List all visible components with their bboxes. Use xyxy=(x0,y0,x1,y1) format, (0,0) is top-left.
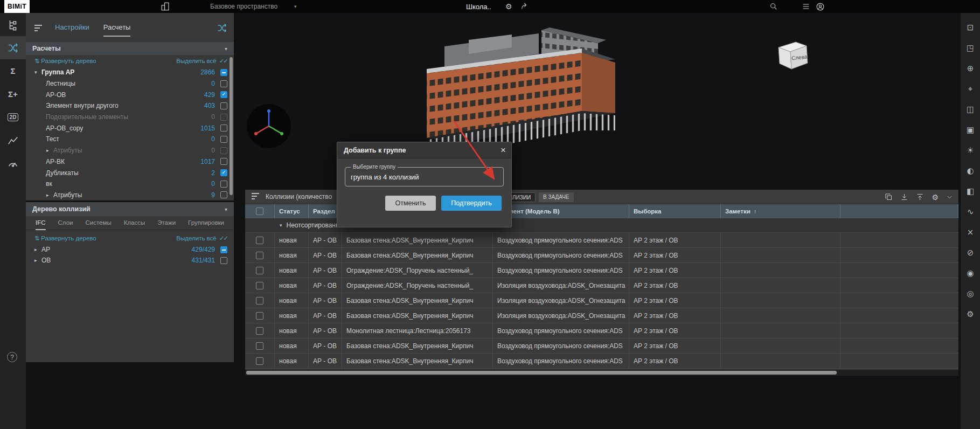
tree-row-checkbox[interactable] xyxy=(220,124,227,132)
row-checkbox[interactable] xyxy=(256,297,263,305)
select-all-checkbox[interactable] xyxy=(256,207,263,215)
half-section-icon[interactable]: ◧ xyxy=(961,181,980,202)
chevron-down-icon[interactable] xyxy=(225,45,227,52)
row-checkbox[interactable] xyxy=(256,312,263,320)
panel-scrollbar[interactable] xyxy=(230,57,233,195)
tree-row[interactable]: ОВ 431/431 xyxy=(26,255,234,266)
gauge-tool[interactable] xyxy=(0,152,26,175)
collision-tree-tab[interactable]: IFC xyxy=(36,216,46,230)
zoom-extents-icon[interactable]: ⊕ xyxy=(961,58,980,79)
chevron-down-icon[interactable]: ▾ xyxy=(294,0,297,13)
confirm-button[interactable]: Подтвердить xyxy=(441,196,502,211)
table-settings-gear-icon[interactable]: ⚙ xyxy=(932,193,939,202)
tree-row-checkbox[interactable] xyxy=(220,169,227,176)
collision-tree-header[interactable]: Дерево коллизий ▾ xyxy=(26,202,234,216)
row-checkbox[interactable] xyxy=(256,252,263,259)
focus-model-icon[interactable]: ⌖ xyxy=(961,79,980,99)
collapse-chevron-icon[interactable] xyxy=(946,193,953,200)
panel-menu-icon[interactable] xyxy=(34,24,43,33)
row-checkbox[interactable] xyxy=(256,267,263,274)
chart-tool[interactable] xyxy=(0,129,26,152)
column-element-b[interactable]: Элемент (Модель B) xyxy=(493,204,629,218)
scrollbar-thumb[interactable] xyxy=(246,371,837,375)
navigation-cube[interactable]: Слева xyxy=(774,39,810,74)
project-settings-gear-icon[interactable]: ⚙ xyxy=(505,0,512,13)
collision-tree-tab[interactable]: Слои xyxy=(58,216,73,230)
tree-row-checkbox[interactable] xyxy=(220,80,227,87)
tree-caret-icon[interactable] xyxy=(46,192,53,198)
tree-row-checkbox[interactable] xyxy=(220,136,227,143)
tree-row[interactable]: АР 429/429 xyxy=(26,244,234,255)
close-icon[interactable]: × xyxy=(501,146,506,155)
view-cube-icon[interactable]: ◳ xyxy=(961,38,980,58)
chevron-down-icon[interactable]: ▾ xyxy=(225,206,227,212)
row-checkbox[interactable] xyxy=(256,357,263,365)
tree-caret-icon[interactable] xyxy=(34,258,41,263)
import-upload-icon[interactable] xyxy=(916,193,924,201)
select-all-button[interactable]: Выделить всё xyxy=(176,57,227,65)
calc-section-header[interactable]: Расчеты xyxy=(26,42,234,55)
panel-tab[interactable]: Расчеты xyxy=(103,20,131,37)
collision-tree-tab[interactable]: Группировки xyxy=(188,216,224,230)
expand-tree-button[interactable]: Развернуть дерево xyxy=(34,58,96,65)
collision-tree-tab[interactable]: Этажи xyxy=(157,216,176,230)
collision-row[interactable]: новая АР - ОВ Монолитная лестница:Лестни… xyxy=(245,323,958,338)
tree-row[interactable]: АР-ОВ_copy 1015 xyxy=(26,122,234,134)
sun-shadow-icon[interactable]: ☀ xyxy=(961,140,980,161)
tree-row[interactable]: Лестницы 0 xyxy=(26,78,234,89)
export-download-icon[interactable] xyxy=(900,193,908,201)
collision-row[interactable]: новая АР - ОВ Ограждение:ADSK_Поручень н… xyxy=(245,278,958,293)
tree-row[interactable]: Группа АР 2866 xyxy=(26,67,234,78)
hide-element-icon[interactable]: ⊘ xyxy=(961,243,980,263)
workspace-selector[interactable]: Базовое пространство xyxy=(210,0,277,13)
filter-in-task-toggle[interactable]: В ЗАДАЧЕ xyxy=(539,192,574,202)
isolate-element-icon[interactable]: ◉ xyxy=(961,263,980,283)
sum-tool[interactable]: Σ xyxy=(0,59,26,82)
search-icon[interactable] xyxy=(769,0,778,13)
tree-row[interactable]: Атрибуты 9 xyxy=(26,190,234,200)
row-checkbox[interactable] xyxy=(256,327,263,335)
tree-row-checkbox[interactable] xyxy=(220,102,227,109)
collision-row[interactable]: новая АР - ОВ Базовая стена:ADSK_Внутрен… xyxy=(245,338,958,354)
tree-row-checkbox[interactable] xyxy=(220,147,227,154)
collision-row[interactable]: новая АР - ОВ Ограждение:ADSK_Поручень н… xyxy=(245,263,958,278)
tree-row[interactable]: АР-ОВ 429 xyxy=(26,89,234,100)
tree-row[interactable]: Атрибуты 0 xyxy=(26,145,234,156)
collision-row[interactable]: новая АР - ОВ Базовая стена:ADSK_Внутрен… xyxy=(245,293,958,308)
tree-row-checkbox[interactable] xyxy=(220,257,227,264)
table-menu-icon[interactable] xyxy=(252,192,260,202)
building-icon[interactable] xyxy=(161,0,170,13)
model-tree-tool[interactable] xyxy=(0,13,26,36)
panel-tab[interactable]: Настройки xyxy=(55,20,89,37)
tree-row[interactable]: Дубликаты 2 xyxy=(26,167,234,178)
cancel-button[interactable]: Отменить xyxy=(385,196,436,211)
collisions-icon[interactable] xyxy=(217,23,227,36)
collision-tree-tab[interactable]: Классы xyxy=(124,216,145,230)
tree-row-checkbox[interactable] xyxy=(220,158,227,165)
clear-selection-icon[interactable]: × xyxy=(961,222,980,243)
column-notes[interactable]: Заметки ↑ xyxy=(721,204,840,218)
column-status[interactable]: Статус xyxy=(275,204,309,218)
collision-row[interactable]: новая АР - ОВ Базовая стена:ADSK_Внутрен… xyxy=(245,233,958,248)
tree-caret-icon[interactable] xyxy=(34,70,41,75)
group-input[interactable] xyxy=(345,168,503,186)
collisions-tool[interactable] xyxy=(0,36,26,59)
tree-row-checkbox[interactable] xyxy=(220,191,227,198)
help-button[interactable]: ? xyxy=(7,352,17,362)
tree-row-checkbox[interactable] xyxy=(220,181,227,188)
orientation-gizmo[interactable] xyxy=(245,102,293,150)
tree-caret-icon[interactable] xyxy=(46,148,53,153)
tree-row-checkbox[interactable] xyxy=(220,114,227,121)
row-checkbox[interactable] xyxy=(256,342,263,350)
tree-row-checkbox[interactable] xyxy=(220,91,227,98)
column-selection[interactable]: Выборка xyxy=(629,204,721,218)
tree-row[interactable]: вк 0 xyxy=(26,178,234,190)
measurement-icon[interactable]: ∿ xyxy=(961,202,980,222)
tree-row[interactable]: Тест 0 xyxy=(26,134,234,145)
tree-row-checkbox[interactable] xyxy=(220,246,227,253)
table-horizontal-scrollbar[interactable] xyxy=(245,370,958,376)
fit-view-icon[interactable]: ⊡ xyxy=(961,17,980,38)
expand-tree-button[interactable]: Развернуть дерево xyxy=(34,235,96,242)
collision-row[interactable]: новая АР - ОВ Базовая стена:ADSK_Внутрен… xyxy=(245,354,958,369)
collision-row[interactable]: новая АР - ОВ Базовая стена:ADSK_Внутрен… xyxy=(245,308,958,323)
